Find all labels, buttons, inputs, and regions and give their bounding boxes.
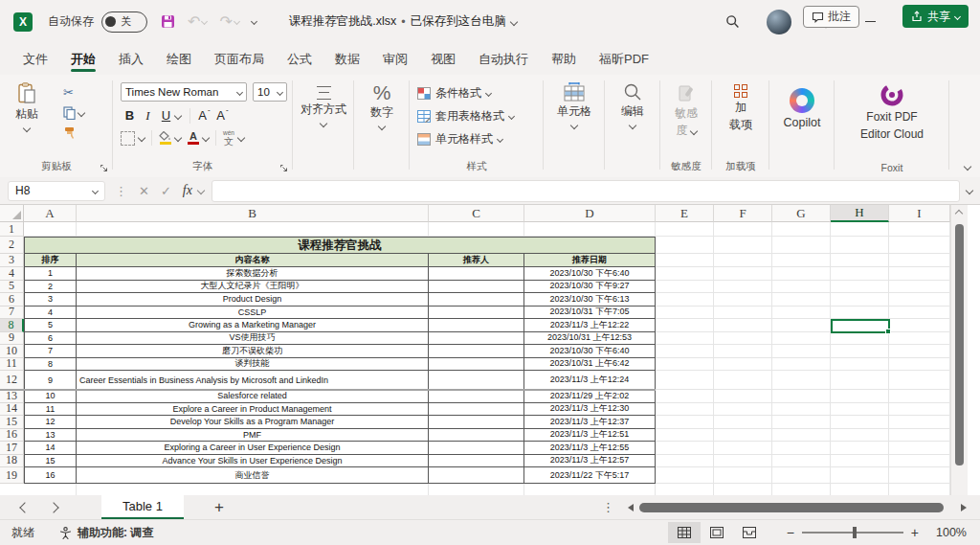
grow-font-button[interactable]: Aˆ <box>195 106 213 125</box>
zoom-slider[interactable] <box>802 532 903 534</box>
ribbon-tab-页面布局[interactable]: 页面布局 <box>203 43 276 75</box>
active-cell-selection[interactable] <box>831 319 890 333</box>
italic-button[interactable]: I <box>139 106 157 125</box>
share-button[interactable]: 共享 <box>902 5 969 28</box>
table-cell[interactable] <box>429 332 524 346</box>
shrink-font-button[interactable]: Aˇ <box>213 106 232 125</box>
table-cell[interactable]: 2023/10/30 下午6:40 <box>524 267 656 281</box>
column-header-C[interactable]: C <box>429 205 524 222</box>
table-cell[interactable] <box>429 358 524 372</box>
table-cell[interactable]: 探索数据分析 <box>77 267 429 281</box>
table-cell[interactable]: 15 <box>24 455 77 468</box>
table-cell[interactable] <box>429 455 524 468</box>
table-cell[interactable]: 2023/11/3 上午12:22 <box>524 319 656 332</box>
table-cell[interactable]: Develop Your Skills as a Program Manager <box>77 416 429 429</box>
column-header-H[interactable]: H <box>831 205 889 222</box>
row-header-1[interactable]: 1 <box>0 222 24 237</box>
table-cell[interactable]: 6 <box>24 332 77 346</box>
foxit-pdf-button[interactable]: Foxit PDF Editor Cloud <box>835 82 949 142</box>
table-header-cell[interactable]: 推荐人 <box>429 254 524 267</box>
table-cell[interactable]: 3 <box>24 293 77 307</box>
column-header-D[interactable]: D <box>524 205 656 222</box>
table-title-cell[interactable]: 课程推荐官挑战 <box>24 237 656 254</box>
enter-button[interactable]: ✓ <box>161 184 171 198</box>
table-cell[interactable] <box>429 281 524 294</box>
zoom-in-button[interactable]: + <box>903 525 926 540</box>
table-cell[interactable]: 2023/11/3 上午12:57 <box>524 455 656 468</box>
scroll-right-arrow-icon[interactable] <box>961 504 967 511</box>
table-cell[interactable] <box>429 467 524 484</box>
sensitivity-button[interactable]: 敏感 度 <box>660 84 712 138</box>
next-sheet-arrow-icon[interactable] <box>48 502 58 512</box>
table-cell[interactable] <box>429 345 524 358</box>
table-cell[interactable]: 12 <box>24 416 77 429</box>
table-cell[interactable]: 2023/11/3 上午12:30 <box>524 403 656 417</box>
zoom-out-button[interactable]: − <box>779 525 802 540</box>
table-cell[interactable]: 2023/11/3 上午12:37 <box>524 416 656 429</box>
table-cell[interactable]: 大型人文纪录片《王阳明》 <box>77 281 429 294</box>
borders-chevron-icon[interactable] <box>138 134 145 142</box>
table-cell[interactable]: 商业信誉 <box>77 467 429 484</box>
ribbon-tab-插入[interactable]: 插入 <box>107 43 155 75</box>
table-cell[interactable]: 谈判技能 <box>77 358 429 372</box>
table-cell[interactable]: 9 <box>24 371 77 390</box>
table-cell[interactable]: 2023/10/30 下午9:27 <box>524 281 656 294</box>
zoom-slider-thumb[interactable] <box>853 527 857 538</box>
table-cell[interactable]: Career Essentials in Business Analysis b… <box>77 371 429 390</box>
name-box[interactable]: H8 <box>8 181 105 201</box>
table-cell[interactable]: 5 <box>24 319 77 332</box>
zoom-level[interactable]: 100% <box>936 526 967 539</box>
ribbon-tab-福昕PDF[interactable]: 福昕PDF <box>588 43 660 75</box>
copy-button[interactable] <box>63 102 84 123</box>
comments-button[interactable]: 批注 <box>803 6 859 28</box>
table-cell[interactable] <box>429 429 524 443</box>
vertical-scrollbar[interactable] <box>950 205 968 495</box>
table-cell[interactable]: 2023/11/29 上午2:02 <box>524 390 656 403</box>
table-cell[interactable]: 2023/11/22 下午5:17 <box>524 467 656 484</box>
formula-input[interactable] <box>212 180 960 202</box>
table-cell[interactable]: Salesforce related <box>77 390 429 403</box>
table-cell[interactable]: Explore a Career in Product Management <box>77 403 429 417</box>
ribbon-tab-自动执行[interactable]: 自动执行 <box>467 43 540 75</box>
phonetic-chevron-icon[interactable] <box>237 134 245 142</box>
font-size-combo[interactable]: 10 <box>253 82 287 102</box>
table-cell[interactable] <box>429 442 524 455</box>
table-cell[interactable]: 1 <box>24 267 77 281</box>
table-cell[interactable]: Product Design <box>77 293 429 307</box>
cancel-button[interactable]: ✕ <box>139 184 149 198</box>
fill-color-chevron-icon[interactable] <box>174 134 182 142</box>
column-header-I[interactable]: I <box>889 205 950 222</box>
select-all-corner[interactable] <box>0 205 24 222</box>
search-button[interactable] <box>710 0 754 43</box>
table-cell[interactable]: PMF <box>77 429 429 443</box>
scroll-up-arrow-icon[interactable] <box>955 210 963 217</box>
cells-button[interactable]: 单元格 <box>544 82 605 128</box>
page-layout-view-button[interactable] <box>701 522 733 543</box>
copilot-button[interactable]: Copilot <box>769 88 835 131</box>
underline-button[interactable]: U <box>157 106 175 125</box>
table-cell[interactable]: Growing as a Marketing Manager <box>77 319 429 332</box>
table-cell[interactable] <box>429 416 524 429</box>
save-icon[interactable] <box>161 14 175 29</box>
table-cell[interactable]: 2023/10/31 上午12:53 <box>524 332 656 346</box>
ribbon-tab-绘图[interactable]: 绘图 <box>155 43 203 75</box>
table-cell[interactable]: 2023/10/31 上午6:42 <box>524 358 656 372</box>
vertical-scroll-thumb[interactable] <box>955 224 964 466</box>
number-button[interactable]: % 数字 <box>354 82 410 129</box>
table-cell[interactable] <box>429 403 524 417</box>
add-sheet-button[interactable]: + <box>214 499 224 515</box>
redo-button[interactable]: ↷ <box>219 14 238 30</box>
table-header-cell[interactable]: 推荐日期 <box>524 254 656 267</box>
sheet-tab-active[interactable]: Table 1 <box>101 495 184 519</box>
grid-area[interactable]: ABCDEFGHI12345678910111213141516171819课程… <box>0 205 980 495</box>
table-cell[interactable] <box>429 307 524 320</box>
horizontal-scrollbar[interactable] <box>628 503 967 512</box>
table-cell[interactable]: 11 <box>24 403 77 417</box>
table-cell[interactable] <box>429 371 524 390</box>
clipboard-dialog-launcher-icon[interactable] <box>100 164 108 172</box>
ribbon-tab-审阅[interactable]: 审阅 <box>371 43 419 75</box>
table-cell[interactable]: 2023/10/30 下午6:40 <box>524 345 656 358</box>
column-header-F[interactable]: F <box>714 205 772 222</box>
bold-button[interactable]: B <box>121 106 139 125</box>
editing-button[interactable]: 编辑 <box>605 82 660 128</box>
